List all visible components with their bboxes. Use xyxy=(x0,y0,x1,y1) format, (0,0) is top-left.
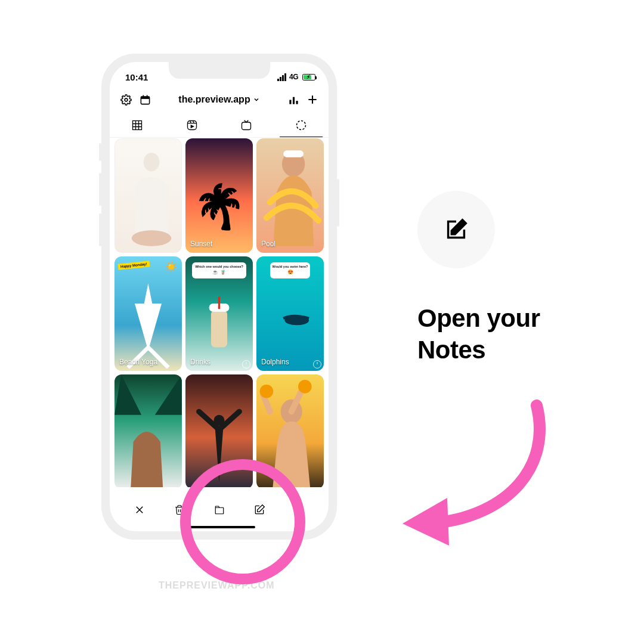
svg-rect-7 xyxy=(296,101,298,104)
svg-marker-19 xyxy=(191,125,193,128)
calendar-button[interactable] xyxy=(137,92,153,107)
svg-point-23 xyxy=(132,230,172,246)
chevron-down-icon xyxy=(253,96,260,103)
phone-side-button xyxy=(99,213,101,246)
bar-chart-icon xyxy=(288,94,299,106)
share-icon xyxy=(294,504,305,516)
status-indicators: 4G ⚡︎ xyxy=(277,73,315,81)
igtv-icon xyxy=(240,119,252,131)
svg-rect-2 xyxy=(141,96,149,98)
story-card[interactable] xyxy=(185,374,253,487)
story-ring-icon xyxy=(295,119,307,131)
account-name: the.preview.app xyxy=(178,94,250,105)
calendar-icon xyxy=(140,94,151,106)
app-header: the.preview.app xyxy=(110,88,329,111)
story-card[interactable] xyxy=(114,374,182,487)
card-label: Pool xyxy=(261,240,275,248)
story-card[interactable]: 🌴 Sunset xyxy=(185,138,253,253)
grid-icon xyxy=(131,119,143,131)
svg-rect-6 xyxy=(292,97,294,104)
svg-rect-25 xyxy=(283,150,304,157)
tab-igtv[interactable] xyxy=(219,117,274,134)
signal-icon xyxy=(277,73,286,81)
headline-line2: Notes xyxy=(417,335,614,366)
card-label: Drinks xyxy=(190,358,210,366)
watermark: THEPREVIEWAPP.COM xyxy=(159,580,275,591)
card-label: Beach Yoga xyxy=(119,358,157,366)
share-button[interactable] xyxy=(291,501,308,518)
svg-rect-5 xyxy=(289,100,291,104)
photo-placeholder xyxy=(114,256,182,371)
svg-point-34 xyxy=(298,380,312,394)
phone-frame: 10:41 4G ⚡︎ the.preview.app xyxy=(101,54,337,540)
svg-point-0 xyxy=(125,98,128,101)
phone-side-button xyxy=(99,173,101,206)
headline-line1: Open your xyxy=(417,303,614,335)
svg-rect-37 xyxy=(215,507,224,514)
tab-stories[interactable] xyxy=(274,117,329,134)
photo-placeholder xyxy=(115,139,181,252)
stories-grid: 🌴 Sunset Pool Happy Monday! ☀️ Beach Yog… xyxy=(114,138,324,487)
clock-icon xyxy=(313,360,321,369)
folder-icon xyxy=(213,504,225,515)
phone-side-button xyxy=(99,143,101,161)
phone-notch xyxy=(169,62,270,79)
callout-headline: Open your Notes xyxy=(417,303,614,366)
svg-point-33 xyxy=(260,385,274,398)
tab-reels[interactable] xyxy=(165,117,219,134)
photo-placeholder xyxy=(114,374,182,487)
notes-button[interactable] xyxy=(251,501,268,518)
account-selector[interactable]: the.preview.app xyxy=(156,94,282,105)
home-indicator xyxy=(184,526,255,528)
svg-rect-26 xyxy=(211,310,227,347)
add-button[interactable] xyxy=(305,92,320,107)
action-toolbar xyxy=(110,496,329,522)
story-card[interactable]: Happy Monday! ☀️ Beach Yoga xyxy=(114,256,182,371)
svg-point-31 xyxy=(213,415,224,426)
close-button[interactable] xyxy=(131,501,148,518)
content-tabs xyxy=(110,114,329,138)
settings-button[interactable] xyxy=(118,92,134,107)
story-card[interactable]: Pool xyxy=(256,138,324,253)
reels-icon xyxy=(186,119,198,131)
trash-icon xyxy=(174,504,185,516)
arrow-icon xyxy=(391,394,569,549)
phone-side-button xyxy=(337,179,339,227)
photo-placeholder xyxy=(185,256,253,371)
story-card[interactable]: Would you swim here? 😍 Dolphins xyxy=(256,256,324,371)
network-label: 4G xyxy=(289,73,298,81)
card-label: Sunset xyxy=(190,240,212,248)
gear-icon xyxy=(120,94,132,106)
battery-icon: ⚡︎ xyxy=(302,74,315,80)
photo-placeholder xyxy=(256,138,324,253)
close-icon xyxy=(134,504,145,515)
analytics-button[interactable] xyxy=(286,92,301,107)
svg-point-21 xyxy=(297,121,306,130)
plus-icon xyxy=(306,94,318,106)
photo-placeholder xyxy=(256,374,324,487)
folder-button[interactable] xyxy=(211,501,228,518)
status-time: 10:41 xyxy=(125,72,148,82)
svg-rect-15 xyxy=(187,121,196,130)
notes-badge xyxy=(417,191,495,268)
story-card[interactable] xyxy=(256,374,324,487)
tab-grid[interactable] xyxy=(110,117,165,134)
story-card[interactable] xyxy=(114,138,182,253)
svg-rect-20 xyxy=(242,122,251,130)
compose-icon xyxy=(253,504,265,516)
phone-screen: 10:41 4G ⚡︎ the.preview.app xyxy=(110,62,329,531)
card-label: Dolphins xyxy=(261,358,289,366)
svg-marker-39 xyxy=(402,498,449,546)
photo-placeholder xyxy=(256,256,324,371)
photo-placeholder xyxy=(185,374,253,487)
svg-point-22 xyxy=(144,153,160,171)
svg-rect-10 xyxy=(132,121,141,130)
story-card[interactable]: Which one would you choose? ☕ 🧋 Drinks xyxy=(185,256,253,371)
palm-icon: 🌴 xyxy=(193,181,246,232)
callout-panel: Open your Notes xyxy=(417,191,614,366)
clock-icon xyxy=(242,360,250,369)
compose-icon xyxy=(442,216,470,243)
delete-button[interactable] xyxy=(171,501,188,518)
